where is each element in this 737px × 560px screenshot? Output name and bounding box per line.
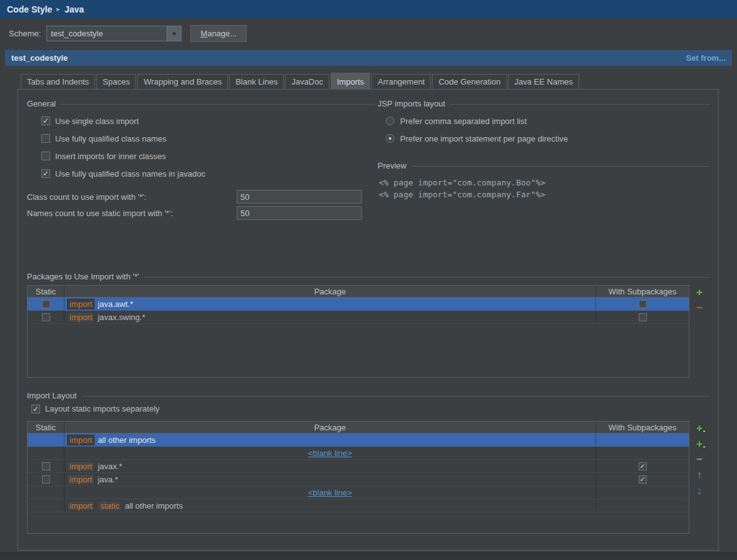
set-from-link[interactable]: Set from...	[686, 53, 726, 63]
table-row[interactable]: importjavax.*✓	[28, 460, 689, 473]
column-header-package: Package	[64, 422, 596, 433]
checkbox[interactable]	[41, 152, 50, 160]
static-cell	[28, 433, 64, 446]
layout-static-separately-row[interactable]: ✓Layout static imports separately	[27, 400, 709, 417]
package-token: java.awt.*	[98, 299, 133, 309]
preview-line: <% page import="com.company.Boo"%>	[379, 177, 709, 189]
checkbox[interactable]	[639, 300, 647, 308]
general-option-insert-imports-for-inner-classes[interactable]: Insert imports for inner classes	[27, 147, 375, 165]
table-row[interactable]: importall other imports	[28, 433, 689, 447]
breadcrumb-current: Java	[64, 4, 84, 14]
packages-table: StaticPackageWith Subpackagesimportjava.…	[27, 285, 689, 378]
jsp-option-prefer-comma-separated-import-list[interactable]: Prefer comma separated import list	[378, 112, 709, 130]
static-cell	[28, 460, 64, 472]
checkbox[interactable]	[42, 475, 50, 484]
add-package-icon[interactable]: +	[693, 422, 706, 435]
table-row[interactable]: importjavax.swing.*	[28, 311, 689, 324]
general-option-use-fully-qualified-class-names[interactable]: Use fully qualified class names	[27, 130, 375, 147]
checkbox[interactable]: ✓	[639, 475, 647, 484]
static-cell	[28, 473, 64, 485]
with-subpackages-cell	[596, 499, 689, 512]
table-row[interactable]: importstaticall other imports	[28, 499, 689, 512]
column-header-package: Package	[64, 286, 596, 297]
keyword-token: import	[67, 500, 95, 511]
move-down-icon[interactable]: ↓	[693, 484, 706, 497]
remove-icon[interactable]: −	[693, 301, 706, 314]
breadcrumb-parent[interactable]: Code Style	[7, 4, 52, 14]
checkbox[interactable]: ✓	[639, 462, 647, 470]
checkbox[interactable]	[41, 134, 50, 143]
scheme-selected-value: test_codestyle	[47, 26, 167, 41]
preview-line: <% page import="com.company.Far"%>	[379, 189, 709, 200]
static-cell	[28, 298, 64, 310]
package-token: all other imports	[125, 501, 182, 511]
table-row[interactable]: <blank line>	[28, 486, 689, 499]
checkbox[interactable]: ✓	[41, 117, 50, 125]
import-layout-toolbar: ++−↑↓	[689, 421, 709, 534]
table-header: StaticPackageWith Subpackages	[28, 286, 689, 298]
tab-javadoc[interactable]: JavaDoc	[285, 74, 329, 90]
checkbox-label: Insert imports for inner classes	[55, 152, 166, 161]
breadcrumb-separator-icon: ▸	[56, 5, 60, 13]
remove-icon[interactable]: −	[693, 453, 706, 466]
scheme-select[interactable]: test_codestyle ▼	[46, 26, 182, 41]
general-option-use-fully-qualified-class-names-in-javadoc[interactable]: ✓Use fully qualified class names in java…	[27, 165, 375, 182]
icon-badge	[703, 445, 706, 449]
manage-button[interactable]: Manage...	[190, 25, 247, 42]
package-token: all other imports	[98, 435, 155, 445]
blank-line-entry[interactable]: <blank line>	[308, 488, 352, 497]
keyword-token: import	[67, 299, 95, 309]
count-input[interactable]	[237, 190, 362, 204]
with-subpackages-cell	[596, 447, 689, 459]
table-row[interactable]: importjava.awt.*	[28, 298, 689, 311]
jsp-section-header: JSP imports layout	[378, 98, 709, 108]
checkbox[interactable]	[42, 300, 50, 308]
tab-blank-lines[interactable]: Blank Lines	[229, 74, 284, 90]
count-field-row: Class count to use import with '*':	[27, 189, 375, 205]
section-divider	[82, 396, 710, 397]
scheme-banner: test_codestyle Set from...	[5, 50, 732, 66]
field-label: Names count to use static import with '*…	[27, 209, 237, 218]
tab-java-ee-names[interactable]: Java EE Names	[508, 74, 579, 90]
move-up-icon[interactable]: ↑	[693, 469, 706, 482]
blank-line-entry[interactable]: <blank line>	[308, 449, 352, 458]
tab-spaces[interactable]: Spaces	[96, 74, 136, 90]
radio-label: Prefer comma separated import list	[400, 117, 527, 126]
import-layout-section-header: Import Layout	[27, 390, 709, 400]
tab-wrapping-and-braces[interactable]: Wrapping and Braces	[137, 74, 228, 90]
tab-imports[interactable]: Imports	[331, 73, 370, 90]
table-row[interactable]: <blank line>	[28, 447, 689, 460]
tab-code-generation[interactable]: Code Generation	[432, 74, 507, 90]
section-divider	[411, 166, 709, 167]
tab-arrangement[interactable]: Arrangement	[371, 74, 431, 90]
jsp-radio-group: Prefer comma separated import listPrefer…	[378, 112, 709, 147]
checkbox-label: Use fully qualified class names	[55, 134, 167, 143]
checkbox[interactable]	[42, 313, 50, 321]
column-header-with-subpackages: With Subpackages	[596, 286, 689, 297]
checkbox[interactable]	[42, 462, 50, 470]
jsp-option-prefer-one-import-statement-per-page-directive[interactable]: Prefer one import statement per page dir…	[378, 130, 709, 147]
tab-tabs-and-indents[interactable]: Tabs and Indents	[21, 74, 95, 90]
add-icon[interactable]: +	[693, 286, 706, 299]
field-label: Class count to use import with '*':	[27, 192, 237, 202]
general-fields: Class count to use import with '*':Names…	[27, 189, 375, 221]
packages-table-toolbar: +−	[689, 285, 709, 378]
checkbox[interactable]	[639, 313, 647, 321]
radio-button[interactable]	[386, 117, 394, 125]
combo-arrow-icon[interactable]: ▼	[167, 26, 181, 41]
preview-section-header: Preview	[378, 160, 709, 170]
count-input[interactable]	[237, 206, 362, 220]
checkbox[interactable]: ✓	[41, 169, 50, 178]
static-cell	[28, 486, 64, 499]
table-row[interactable]: importjava.*✓	[28, 473, 689, 486]
general-option-use-single-class-import[interactable]: ✓Use single class import	[27, 112, 375, 130]
static-cell	[28, 499, 64, 512]
count-field-row: Names count to use static import with '*…	[27, 205, 375, 221]
scheme-banner-title: test_codestyle	[11, 53, 68, 63]
scheme-row: Scheme: test_codestyle ▼ Manage...	[0, 18, 737, 47]
add-blank-line-icon[interactable]: +	[693, 437, 706, 450]
checkbox-label: Layout static imports separately	[45, 404, 160, 413]
radio-button[interactable]	[386, 134, 394, 143]
radio-label: Prefer one import statement per page dir…	[400, 134, 568, 143]
checkbox[interactable]: ✓	[31, 405, 40, 413]
